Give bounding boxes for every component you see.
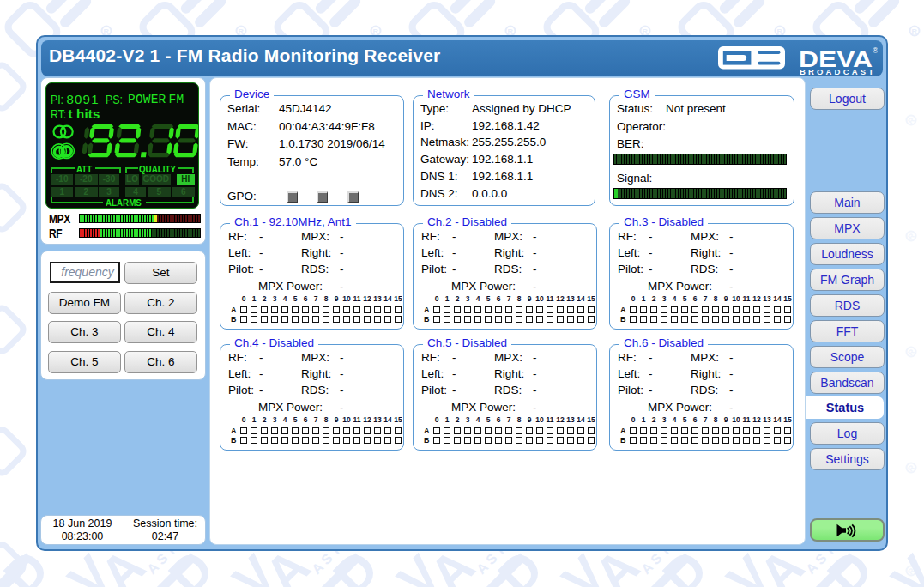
svg-text:BROADCAST: BROADCAST (800, 67, 873, 76)
svg-text:®: ® (873, 46, 878, 55)
